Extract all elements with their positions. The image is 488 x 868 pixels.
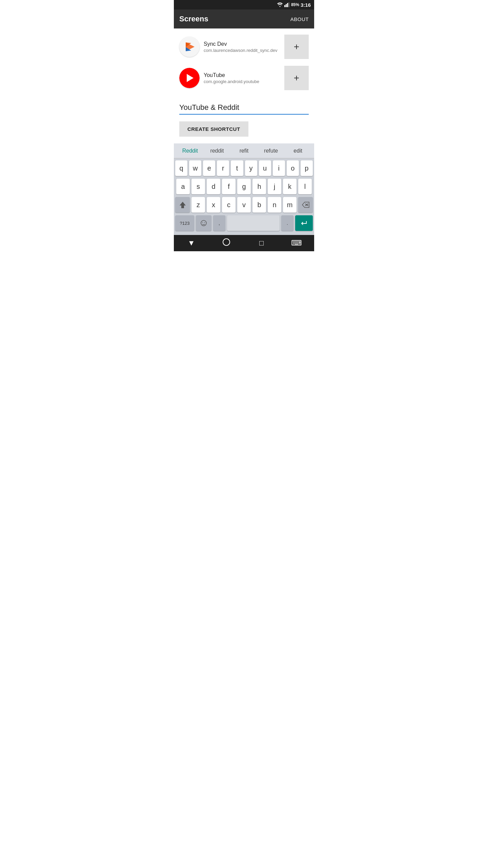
suggestion-reddit-colored[interactable]: Reddit: [177, 145, 204, 157]
key-r[interactable]: r: [217, 160, 229, 176]
keyboard-button[interactable]: ⌨: [279, 239, 314, 248]
key-t[interactable]: t: [231, 160, 243, 176]
key-h[interactable]: h: [252, 179, 266, 194]
key-f[interactable]: f: [222, 179, 236, 194]
youtube-icon-bg: [179, 68, 200, 88]
sync-dev-package: com.laurencedawson.reddit_sync.dev: [204, 48, 280, 53]
home-circle-icon: [222, 238, 230, 246]
svg-marker-7: [180, 202, 186, 208]
svg-rect-3: [288, 2, 289, 7]
content-area: Sync Dev com.laurencedawson.reddit_sync.…: [174, 28, 314, 143]
bottom-nav: ▼ □ ⌨: [174, 235, 314, 251]
key-m[interactable]: m: [283, 197, 297, 213]
key-d[interactable]: d: [207, 179, 220, 194]
list-item: Sync Dev com.laurencedawson.reddit_sync.…: [174, 31, 314, 62]
key-a[interactable]: a: [176, 179, 190, 194]
shift-key[interactable]: [175, 197, 190, 213]
key-i[interactable]: i: [273, 160, 285, 176]
list-item: YouTube com.google.android.youtube +: [174, 62, 314, 94]
app-title: Screens: [179, 15, 208, 23]
status-bar: 85% 3:16: [174, 0, 314, 9]
sync-dev-logo: [182, 40, 197, 54]
keyboard: q w e r t y u i o p a s d f g h j k l: [174, 158, 314, 235]
about-button[interactable]: ABOUT: [290, 16, 309, 22]
create-button-wrap: CREATE SHORTCUT: [174, 115, 314, 143]
key-n[interactable]: n: [268, 197, 281, 213]
key-s[interactable]: s: [191, 179, 205, 194]
key-c[interactable]: c: [222, 197, 236, 213]
svg-rect-2: [287, 3, 288, 7]
key-y[interactable]: y: [245, 160, 257, 176]
key-o[interactable]: o: [287, 160, 299, 176]
keyboard-row-4: ?123 , .: [175, 215, 313, 231]
key-j[interactable]: j: [268, 179, 281, 194]
suggestion-reddit[interactable]: reddit: [204, 145, 231, 157]
svg-point-13: [204, 222, 205, 223]
keyboard-area: Reddit reddit refit refute edit q w e r …: [174, 143, 314, 235]
suggestions-row: Reddit reddit refit refute edit: [174, 143, 314, 158]
key-u[interactable]: u: [259, 160, 271, 176]
suggestion-refute[interactable]: refute: [258, 145, 285, 157]
home-button[interactable]: [209, 238, 244, 248]
youtube-add-button[interactable]: +: [284, 66, 309, 90]
keyboard-row-2: a s d f g h j k l: [175, 179, 313, 194]
sync-dev-name: Sync Dev: [204, 41, 280, 47]
recents-button[interactable]: □: [244, 239, 279, 248]
comma-key[interactable]: ,: [213, 215, 225, 231]
app-list: Sync Dev com.laurencedawson.reddit_sync.…: [174, 28, 314, 96]
key-v[interactable]: v: [237, 197, 251, 213]
youtube-play-icon: [187, 74, 194, 82]
key-w[interactable]: w: [189, 160, 201, 176]
app-bar: Screens ABOUT: [174, 9, 314, 28]
key-k[interactable]: k: [283, 179, 297, 194]
key-e[interactable]: e: [203, 160, 215, 176]
svg-rect-0: [284, 5, 285, 7]
battery-icon: 85%: [291, 2, 299, 7]
key-l[interactable]: l: [298, 179, 312, 194]
svg-point-14: [223, 239, 230, 245]
emoji-key[interactable]: [196, 215, 211, 231]
key-g[interactable]: g: [237, 179, 251, 194]
suggestion-refit[interactable]: refit: [230, 145, 258, 157]
space-key[interactable]: [227, 215, 280, 231]
youtube-icon: [179, 68, 200, 88]
key-p[interactable]: p: [301, 160, 313, 176]
svg-rect-8: [181, 208, 184, 208]
keyboard-row-1: q w e r t y u i o p: [175, 160, 313, 176]
back-button[interactable]: ▼: [174, 239, 209, 248]
youtube-name: YouTube: [204, 72, 280, 78]
numbers-key[interactable]: ?123: [175, 215, 194, 231]
signal-icon: [284, 2, 290, 7]
sync-dev-icon: [179, 37, 200, 57]
youtube-package: com.google.android.youtube: [204, 79, 280, 84]
key-x[interactable]: x: [207, 197, 220, 213]
sync-dev-add-button[interactable]: +: [284, 35, 309, 59]
shortcut-section: [174, 96, 314, 115]
sync-dev-info: Sync Dev com.laurencedawson.reddit_sync.…: [204, 41, 280, 53]
key-q[interactable]: q: [175, 160, 187, 176]
period-key[interactable]: .: [281, 215, 293, 231]
delete-key[interactable]: [298, 197, 313, 213]
emoji-icon: [200, 220, 207, 226]
svg-rect-1: [286, 4, 287, 7]
keyboard-row-3: z x c v b n m: [175, 197, 313, 213]
key-z[interactable]: z: [191, 197, 205, 213]
svg-point-12: [202, 222, 203, 223]
youtube-info: YouTube com.google.android.youtube: [204, 72, 280, 84]
status-icons: 85% 3:16: [277, 2, 311, 8]
enter-icon: [300, 220, 308, 226]
delete-icon: [302, 202, 309, 208]
create-shortcut-button[interactable]: CREATE SHORTCUT: [179, 121, 248, 137]
suggestion-edit[interactable]: edit: [284, 145, 311, 157]
shortcut-name-input[interactable]: [179, 102, 309, 115]
wifi-icon: [277, 2, 283, 7]
shift-icon: [179, 201, 186, 209]
enter-key[interactable]: [295, 215, 313, 231]
key-b[interactable]: b: [252, 197, 266, 213]
svg-point-11: [201, 220, 206, 226]
time-display: 3:16: [301, 2, 311, 8]
